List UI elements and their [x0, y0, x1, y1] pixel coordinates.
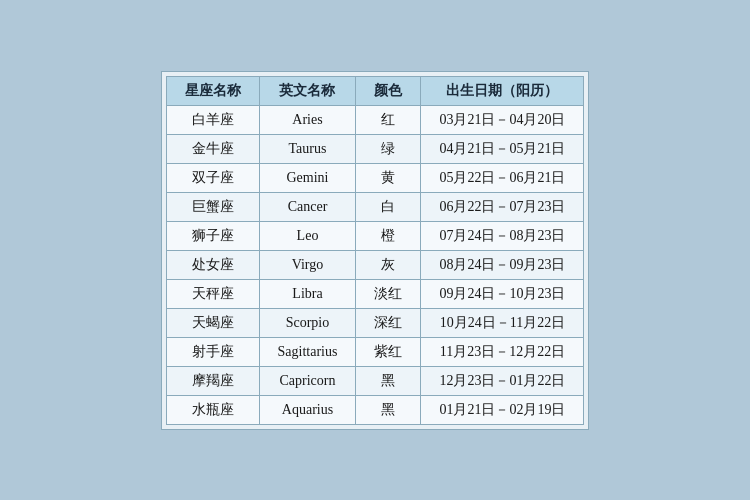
table-cell-3-1: Cancer — [259, 192, 356, 221]
table-cell-10-2: 黑 — [356, 395, 421, 424]
table-cell-7-1: Scorpio — [259, 308, 356, 337]
table-cell-0-0: 白羊座 — [166, 105, 259, 134]
table-row: 双子座Gemini黄05月22日－06月21日 — [166, 163, 584, 192]
table-cell-7-3: 10月24日－11月22日 — [421, 308, 584, 337]
table-cell-6-3: 09月24日－10月23日 — [421, 279, 584, 308]
header-row: 星座名称英文名称颜色出生日期（阳历） — [166, 76, 584, 105]
table-cell-4-2: 橙 — [356, 221, 421, 250]
table-cell-2-2: 黄 — [356, 163, 421, 192]
table-body: 白羊座Aries红03月21日－04月20日金牛座Taurus绿04月21日－0… — [166, 105, 584, 424]
header-cell-2: 颜色 — [356, 76, 421, 105]
table-row: 射手座Sagittarius紫红11月23日－12月22日 — [166, 337, 584, 366]
table-cell-9-1: Capricorn — [259, 366, 356, 395]
table-cell-10-1: Aquarius — [259, 395, 356, 424]
table-cell-8-0: 射手座 — [166, 337, 259, 366]
table-cell-8-3: 11月23日－12月22日 — [421, 337, 584, 366]
table-row: 摩羯座Capricorn黑12月23日－01月22日 — [166, 366, 584, 395]
header-cell-3: 出生日期（阳历） — [421, 76, 584, 105]
table-cell-1-2: 绿 — [356, 134, 421, 163]
table-cell-10-0: 水瓶座 — [166, 395, 259, 424]
table-cell-6-1: Libra — [259, 279, 356, 308]
table-cell-5-1: Virgo — [259, 250, 356, 279]
table-cell-2-1: Gemini — [259, 163, 356, 192]
table-cell-0-3: 03月21日－04月20日 — [421, 105, 584, 134]
table-cell-5-3: 08月24日－09月23日 — [421, 250, 584, 279]
table-cell-1-1: Taurus — [259, 134, 356, 163]
table-row: 水瓶座Aquarius黑01月21日－02月19日 — [166, 395, 584, 424]
table-cell-9-3: 12月23日－01月22日 — [421, 366, 584, 395]
table-cell-3-0: 巨蟹座 — [166, 192, 259, 221]
zodiac-table-container: 星座名称英文名称颜色出生日期（阳历） 白羊座Aries红03月21日－04月20… — [161, 71, 590, 430]
table-row: 处女座Virgo灰08月24日－09月23日 — [166, 250, 584, 279]
table-cell-9-2: 黑 — [356, 366, 421, 395]
table-cell-0-2: 红 — [356, 105, 421, 134]
table-cell-2-3: 05月22日－06月21日 — [421, 163, 584, 192]
table-cell-5-2: 灰 — [356, 250, 421, 279]
table-cell-5-0: 处女座 — [166, 250, 259, 279]
table-row: 天蝎座Scorpio深红10月24日－11月22日 — [166, 308, 584, 337]
table-cell-3-2: 白 — [356, 192, 421, 221]
table-cell-4-1: Leo — [259, 221, 356, 250]
table-cell-10-3: 01月21日－02月19日 — [421, 395, 584, 424]
table-cell-4-3: 07月24日－08月23日 — [421, 221, 584, 250]
table-cell-3-3: 06月22日－07月23日 — [421, 192, 584, 221]
table-cell-6-0: 天秤座 — [166, 279, 259, 308]
table-cell-1-3: 04月21日－05月21日 — [421, 134, 584, 163]
table-cell-6-2: 淡红 — [356, 279, 421, 308]
table-row: 天秤座Libra淡红09月24日－10月23日 — [166, 279, 584, 308]
header-cell-1: 英文名称 — [259, 76, 356, 105]
table-cell-4-0: 狮子座 — [166, 221, 259, 250]
table-header: 星座名称英文名称颜色出生日期（阳历） — [166, 76, 584, 105]
table-cell-7-2: 深红 — [356, 308, 421, 337]
table-cell-1-0: 金牛座 — [166, 134, 259, 163]
header-cell-0: 星座名称 — [166, 76, 259, 105]
table-row: 巨蟹座Cancer白06月22日－07月23日 — [166, 192, 584, 221]
table-row: 白羊座Aries红03月21日－04月20日 — [166, 105, 584, 134]
table-row: 狮子座Leo橙07月24日－08月23日 — [166, 221, 584, 250]
table-cell-7-0: 天蝎座 — [166, 308, 259, 337]
table-cell-8-1: Sagittarius — [259, 337, 356, 366]
table-cell-2-0: 双子座 — [166, 163, 259, 192]
table-cell-0-1: Aries — [259, 105, 356, 134]
table-cell-8-2: 紫红 — [356, 337, 421, 366]
table-row: 金牛座Taurus绿04月21日－05月21日 — [166, 134, 584, 163]
zodiac-table: 星座名称英文名称颜色出生日期（阳历） 白羊座Aries红03月21日－04月20… — [166, 76, 585, 425]
table-cell-9-0: 摩羯座 — [166, 366, 259, 395]
